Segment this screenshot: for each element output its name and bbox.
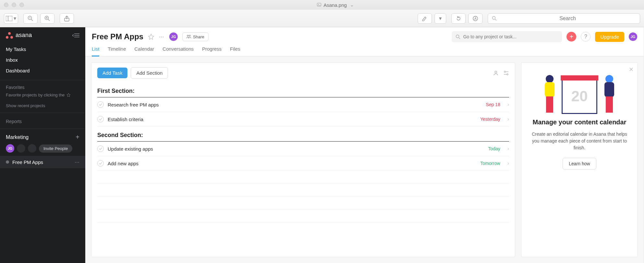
info-button[interactable]: A [468,13,483,24]
global-search[interactable] [452,31,562,42]
show-recent-projects-link[interactable]: Show recent projects [0,101,85,111]
empty-avatar [28,144,36,153]
complete-task-icon[interactable] [97,116,104,122]
sidebar-toggle-button[interactable]: ▾ [4,13,18,24]
empty-avatar [17,144,25,153]
chevron-right-icon[interactable]: › [507,146,509,152]
markup-dropdown-button[interactable]: ▾ [435,13,446,24]
window-titlebar: Asana.png ⌄ [0,0,644,10]
project-color-dot [6,160,9,164]
tab-calendar[interactable]: Calendar [134,46,154,56]
tab-conversations[interactable]: Conversations [162,46,194,56]
image-file-icon [316,2,322,7]
promo-body: Create an editorial calendar in Asana th… [527,131,632,151]
add-team-icon[interactable]: + [76,133,79,141]
close-window-icon[interactable] [4,3,8,7]
sidebar-item-dashboard[interactable]: Dashboard [0,65,85,76]
task-row[interactable]: Add new appsTomorrow› [97,156,509,171]
task-due-date: Tomorrow [480,161,500,166]
project-menu-icon[interactable]: ⋯ [75,159,79,165]
project-member-avatar[interactable]: JG [169,32,178,41]
project-name: Free PM Apps [12,159,43,165]
chevron-down-icon[interactable]: ⌄ [350,2,354,8]
complete-task-icon[interactable] [97,101,104,108]
promo-title: Manage your content calendar [527,118,632,126]
project-tabs: ListTimelineCalendarConversationsProgres… [85,42,644,56]
task-row[interactable]: Establish criteriaYesterday› [97,112,509,127]
user-avatar[interactable]: JG [629,32,637,41]
people-icon [186,35,191,39]
project-header: Free PM Apps ⋯ JG Share + ? Upgrade JG [85,27,644,42]
markup-button[interactable] [418,13,432,24]
complete-task-icon[interactable] [97,145,104,152]
promo-illustration: 20 [527,69,632,114]
tab-progress[interactable]: Progress [202,46,221,56]
tab-list[interactable]: List [92,46,99,56]
collapse-sidebar-icon[interactable] [72,33,79,38]
task-row[interactable]: Research free PM appsSep 18› [97,97,509,112]
svg-line-5 [31,19,33,21]
tab-timeline[interactable]: Timeline [108,46,126,56]
brand-name: asana [16,32,32,39]
star-icon [66,93,71,97]
toolbar-search-input[interactable] [499,16,636,21]
share-project-button[interactable]: Share [182,32,209,41]
svg-line-22 [459,38,460,39]
task-name: Establish criteria [108,117,476,122]
sidebar-item-inbox[interactable]: Inbox [0,55,85,65]
sidebar-project-item[interactable]: Free PM Apps ⋯ [0,156,85,168]
svg-rect-2 [6,16,12,21]
calendar-number: 20 [571,87,588,105]
chevron-right-icon[interactable]: › [507,102,509,107]
help-button[interactable]: ? [581,32,590,42]
svg-point-19 [187,35,188,36]
team-header[interactable]: Marketing + [0,129,85,144]
invite-people-button[interactable]: Invite People [39,144,72,153]
window-toolbar: ▾ ▾ A [0,10,644,27]
chevron-right-icon[interactable]: › [507,160,509,166]
add-section-button[interactable]: Add Section [131,67,168,79]
project-actions-icon[interactable]: ⋯ [159,34,165,40]
rotate-button[interactable] [451,13,466,24]
assignee-filter-icon[interactable] [493,70,499,76]
search-icon [456,34,460,39]
tab-files[interactable]: Files [230,46,240,56]
sidebar-item-my-tasks[interactable]: My Tasks [0,44,85,55]
complete-task-icon[interactable] [97,160,104,167]
task-due-date: Sep 18 [486,102,500,107]
svg-line-15 [495,19,496,20]
quick-add-button[interactable]: + [566,32,576,42]
member-avatar[interactable]: JG [6,144,14,153]
section-title[interactable]: Second Section: [97,129,509,142]
svg-point-23 [495,71,497,73]
promo-cta-button[interactable]: Learn how [563,158,596,169]
global-search-input[interactable] [463,34,558,39]
reports-heading: Reports [0,114,85,125]
favorites-hint: Favorite projects by clicking the [0,91,85,101]
task-row[interactable]: Update existing appsToday› [97,142,509,156]
favorite-star-icon[interactable] [148,33,154,40]
toolbar-search[interactable] [488,13,640,24]
promo-panel: ✕ 20 Manage your content calendar Create… [521,62,638,257]
task-due-date: Yesterday [480,117,500,122]
share-button[interactable] [60,13,74,24]
task-due-date: Today [488,146,500,151]
maximize-window-icon[interactable] [19,3,24,7]
section-title[interactable]: First Section: [97,84,509,97]
search-icon [492,16,497,21]
traffic-lights [4,3,24,7]
minimize-window-icon[interactable] [12,3,16,7]
filter-settings-icon[interactable] [503,70,509,76]
svg-point-14 [493,17,495,19]
close-promo-icon[interactable]: ✕ [629,66,634,73]
asana-logo[interactable]: asana [6,32,32,39]
zoom-out-button[interactable] [23,13,38,24]
svg-point-21 [456,35,459,38]
favorites-heading: Favorites [0,81,85,91]
add-task-button[interactable]: Add Task [97,68,127,78]
chevron-right-icon[interactable]: › [507,116,509,122]
upgrade-button[interactable]: Upgrade [595,32,624,42]
svg-point-24 [504,71,506,72]
zoom-in-button[interactable] [40,13,54,24]
team-name: Marketing [6,134,29,140]
